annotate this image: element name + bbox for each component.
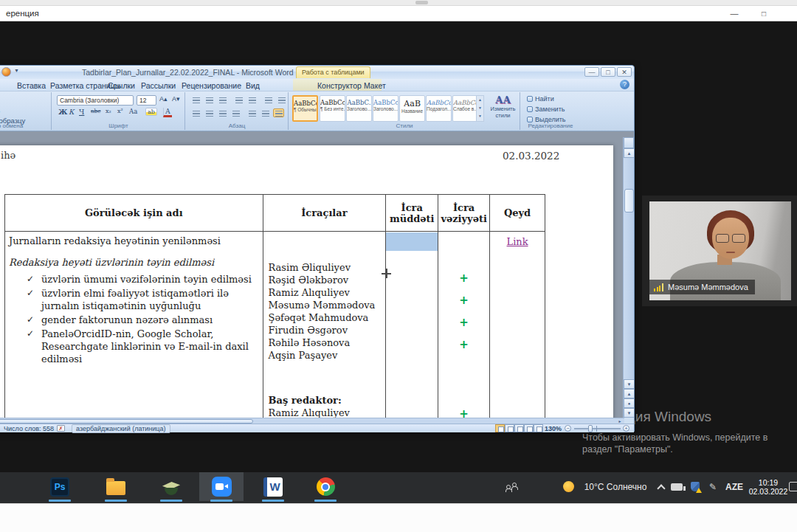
justify-button-icon[interactable]	[230, 108, 241, 117]
tab-references[interactable]: Ссылки	[105, 80, 138, 91]
clock-button[interactable]: 10:19 02.03.2022	[747, 472, 790, 501]
tray-pen-button[interactable]: ✎	[705, 472, 720, 501]
decrease-indent-button-icon[interactable]	[233, 95, 244, 104]
word-minimize-button[interactable]: —	[584, 67, 599, 77]
shading-button-icon[interactable]	[260, 108, 271, 117]
font-size-combobox[interactable]: 12	[137, 95, 156, 106]
style-subtitle[interactable]: AaBbCc. Подзагол...	[426, 95, 452, 122]
quick-access-caret-icon[interactable]: ▼	[14, 68, 19, 73]
tab-table-layout[interactable]: Макет	[361, 80, 389, 91]
conference-minimize-button[interactable]: —	[725, 7, 744, 20]
language-indicator[interactable]: азербайджанский (латиница)	[72, 424, 170, 433]
superscript-button[interactable]: x²	[117, 108, 123, 114]
zoom-slider-thumb[interactable]	[588, 425, 593, 432]
show-paragraph-marks-button-icon[interactable]	[276, 95, 287, 104]
zoom-out-icon[interactable]: −	[565, 425, 571, 432]
change-case-button[interactable]: Aa	[129, 108, 137, 115]
tab-review[interactable]: Рецензирование	[179, 80, 244, 91]
note-cell[interactable]: Link	[490, 232, 545, 418]
taskbar-word-button[interactable]: W	[261, 472, 286, 501]
change-styles-button[interactable]: АА Изменить стили	[487, 94, 519, 124]
bold-button[interactable]: Ж	[58, 108, 67, 116]
align-right-button-icon[interactable]	[217, 108, 228, 117]
subscript-button[interactable]: x₂	[106, 108, 111, 114]
next-page-icon[interactable]: ▼	[624, 408, 634, 418]
scroll-down-icon[interactable]: ▼	[624, 379, 634, 389]
spellcheck-icon[interactable]: ✗	[57, 425, 65, 432]
word-count[interactable]: Число слов: 558	[4, 425, 54, 432]
sort-button-icon[interactable]	[263, 95, 274, 104]
scroll-up-icon[interactable]: ▲	[624, 148, 634, 158]
word-titlebar[interactable]: ▼ Tadbirlar_Plan_Jurnallar_22.02.2022_FI…	[0, 66, 634, 79]
conference-restore-button[interactable]: □	[754, 7, 773, 20]
styles-gallery-scrollbar[interactable]: ▲▼▼	[476, 95, 484, 122]
style-heading1[interactable]: AaBbC. Заголово...	[346, 95, 372, 122]
borders-button-icon[interactable]	[273, 108, 284, 117]
vertical-scroll-thumb[interactable]	[624, 189, 634, 213]
browse-object-icon[interactable]: ●	[624, 398, 634, 408]
line-spacing-button-icon[interactable]	[246, 108, 258, 117]
zoom-level[interactable]: 130%	[545, 425, 562, 432]
note-hyperlink[interactable]: Link	[490, 236, 545, 247]
web-layout-view-icon[interactable]	[514, 424, 524, 432]
outline-view-icon[interactable]	[524, 424, 534, 432]
tab-table-design[interactable]: Конструктор	[314, 80, 365, 91]
tray-security-button[interactable]	[688, 472, 703, 501]
weather-text[interactable]: 10°C Солнечно	[579, 472, 652, 501]
bullets-button-icon[interactable]	[190, 95, 201, 104]
zoom-in-icon[interactable]: +	[623, 425, 629, 432]
font-color-button[interactable]: А	[163, 108, 172, 117]
find-button[interactable]: Найти	[527, 95, 554, 103]
zoom-slider-track[interactable]	[574, 428, 621, 429]
grow-font-button[interactable]: А▴	[159, 95, 168, 103]
ruler-toggle-icon[interactable]	[624, 137, 634, 148]
italic-button[interactable]: К	[69, 108, 74, 116]
deadline-cell[interactable]	[386, 232, 438, 418]
taskbar-zoom-button[interactable]	[209, 472, 234, 501]
style-heading2[interactable]: AaBbCc Заголово...	[373, 95, 398, 122]
previous-page-icon[interactable]: ▲	[624, 389, 634, 398]
document-page[interactable]: ihə 02.03.2022 Görüləcək işin adı İcraçı…	[0, 145, 613, 418]
strikethrough-button[interactable]: abc	[91, 108, 100, 114]
help-icon[interactable]: ?	[620, 80, 629, 89]
increase-indent-button-icon[interactable]	[246, 95, 258, 104]
conference-titlebar[interactable]: еренция — □	[0, 6, 797, 21]
multilevel-list-button-icon[interactable]	[217, 95, 228, 104]
style-no-spacing[interactable]: AaBbCcDc ¶ Без инте...	[320, 95, 345, 122]
style-title[interactable]: АаВ Название	[399, 95, 425, 122]
keyboard-language-button[interactable]: AZE	[722, 472, 747, 501]
replace-button[interactable]: Заменить	[527, 106, 565, 113]
shrink-font-button[interactable]: А▾	[172, 95, 180, 103]
people-tray-button[interactable]	[502, 472, 521, 501]
taskbar-chrome-button[interactable]	[313, 472, 338, 501]
underline-button[interactable]: Ч	[79, 108, 84, 116]
word-restore-button[interactable]: □	[601, 67, 615, 77]
align-center-button-icon[interactable]	[204, 108, 215, 117]
tray-expand-button[interactable]	[655, 472, 667, 501]
office-button-icon[interactable]	[1, 67, 11, 77]
executors-cell[interactable]: Rasim Əliquliyev Rəşid Ələkbərov Ramiz A…	[263, 232, 387, 418]
highlight-color-button[interactable]: ab	[145, 108, 157, 116]
task-description-cell[interactable]: Jurnalların redaksiya heyətinin yenilənm…	[5, 232, 263, 418]
status-cell[interactable]: + + + + +	[438, 232, 490, 418]
taskbar-file-explorer-button[interactable]	[103, 472, 128, 501]
tab-insert[interactable]: Вставка	[14, 80, 49, 91]
tab-mailings[interactable]: Рассылки	[138, 80, 179, 91]
notification-center-button[interactable]	[788, 472, 797, 501]
draft-view-icon[interactable]	[534, 424, 543, 432]
word-close-button[interactable]: ✕	[617, 67, 632, 77]
vertical-scrollbar[interactable]: ▲ ▼ ▲ ● ▼	[623, 137, 634, 418]
tray-device-button[interactable]	[669, 472, 685, 501]
font-name-combobox[interactable]: Cambria (Заголовки)	[57, 95, 134, 106]
print-layout-view-icon[interactable]	[495, 424, 505, 432]
taskbar-education-app-button[interactable]	[159, 472, 184, 501]
style-subtle-emphasis[interactable]: AaBbCcD Слабое в...	[452, 95, 478, 122]
horizontal-scrollbar[interactable]: ◄ ►	[0, 418, 624, 424]
tab-view[interactable]: Вид	[243, 80, 263, 91]
taskbar-photoshop-button[interactable]: Ps	[47, 472, 72, 501]
align-left-button-icon[interactable]	[190, 108, 201, 117]
numbering-button-icon[interactable]	[204, 95, 215, 104]
weather-icon-cell[interactable]	[561, 472, 576, 501]
style-normal[interactable]: AaBbCcDc ¶ Обычный	[292, 95, 318, 122]
participant-video-tile[interactable]: Məsumə Məmmədova	[642, 196, 797, 306]
